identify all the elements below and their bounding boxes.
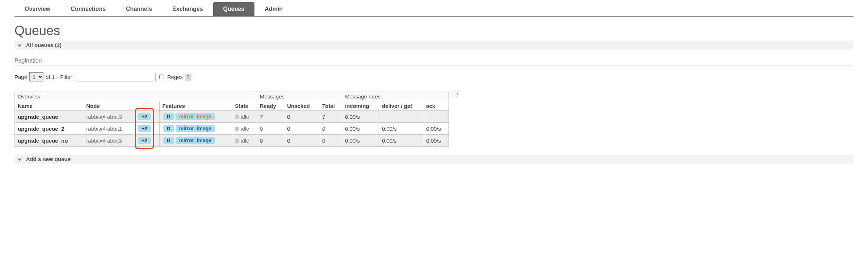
state-dot-icon: [235, 139, 239, 143]
ready-value: 7: [257, 111, 284, 123]
table-row: upgrade_queue_norabbit@rabbit3+2Dmirror_…: [15, 135, 449, 147]
filter-label: - Filter:: [57, 74, 74, 80]
replica-count-tag[interactable]: +2: [138, 125, 151, 132]
all-queues-label: All queues (3): [26, 42, 62, 48]
state-cell: idle: [232, 123, 257, 135]
ack-value: [423, 111, 449, 123]
col-unacked[interactable]: Unacked: [284, 101, 319, 111]
ack-value: 0.00/s: [423, 135, 449, 147]
page-label: Page: [14, 74, 27, 80]
regex-checkbox[interactable]: [159, 75, 164, 79]
features-cell: Dmirror_image: [159, 111, 232, 123]
feature-durable-tag: D: [163, 137, 174, 144]
col-name[interactable]: Name: [15, 101, 83, 111]
feature-policy-tag: mirror_image: [176, 125, 215, 132]
columns-toggle-button[interactable]: +/-: [451, 92, 462, 98]
col-node[interactable]: Node: [83, 101, 159, 111]
total-value: 0: [319, 123, 342, 135]
caret-down-icon: [17, 159, 22, 161]
tab-admin[interactable]: Admin: [254, 2, 293, 16]
feature-durable-tag: D: [163, 125, 174, 132]
incoming-value: 0.00/s: [342, 135, 379, 147]
caret-down-icon: [17, 45, 22, 47]
features-cell: Dmirror_image: [159, 135, 232, 147]
deliver-value: [379, 111, 423, 123]
queues-table-wrapper: Overview Messages Message rates Name Nod…: [14, 92, 854, 147]
col-features[interactable]: Features: [159, 101, 232, 111]
col-incoming[interactable]: incoming: [342, 101, 379, 111]
tab-channels[interactable]: Channels: [116, 2, 162, 16]
node-label: rabbit@rabbit1: [83, 123, 134, 135]
incoming-value: 0.00/s: [342, 111, 379, 123]
feature-policy-tag: mirror_image: [176, 137, 215, 144]
group-rates: Message rates: [342, 92, 449, 101]
queues-table: Overview Messages Message rates Name Nod…: [14, 92, 449, 147]
table-row: upgrade_queuerabbit@rabbit3+2Dmirror_ima…: [15, 111, 449, 123]
add-queue-label: Add a new queue: [26, 156, 71, 162]
feature-durable-tag: D: [163, 113, 174, 120]
col-ready[interactable]: Ready: [257, 101, 284, 111]
tab-connections[interactable]: Connections: [60, 2, 116, 16]
unacked-value: 0: [284, 111, 319, 123]
replica-tag-cell: +2: [134, 111, 159, 123]
col-state[interactable]: State: [232, 101, 257, 111]
unacked-value: 0: [284, 135, 319, 147]
ack-value: 0.00/s: [423, 123, 449, 135]
replica-count-tag[interactable]: +2: [138, 113, 151, 120]
queue-name-link[interactable]: upgrade_queue_2: [15, 123, 83, 135]
page-of-label: of 1: [46, 74, 55, 80]
group-overview: Overview: [15, 92, 257, 101]
tab-overview[interactable]: Overview: [14, 2, 60, 16]
node-label: rabbit@rabbit3: [83, 135, 134, 147]
table-row: upgrade_queue_2rabbit@rabbit1+2Dmirror_i…: [15, 123, 449, 135]
pagination-controls: Page 1 of 1 - Filter: Regex ?: [14, 72, 854, 81]
page-title: Queues: [14, 23, 854, 38]
incoming-value: 0.00/s: [342, 123, 379, 135]
add-queue-header[interactable]: Add a new queue: [14, 155, 854, 164]
ready-value: 0: [257, 135, 284, 147]
group-messages: Messages: [257, 92, 342, 101]
queue-name-link[interactable]: upgrade_queue_no: [15, 135, 83, 147]
regex-label: Regex: [167, 74, 183, 80]
features-cell: Dmirror_image: [159, 123, 232, 135]
node-label: rabbit@rabbit3: [83, 111, 134, 123]
deliver-value: 0.00/s: [379, 123, 423, 135]
unacked-value: 0: [284, 123, 319, 135]
filter-input[interactable]: [76, 73, 156, 81]
tab-exchanges[interactable]: Exchanges: [162, 2, 213, 16]
feature-policy-tag: mirror_image: [176, 113, 215, 120]
total-value: 7: [319, 111, 342, 123]
col-total[interactable]: Total: [319, 101, 342, 111]
ready-value: 0: [257, 123, 284, 135]
replica-tag-cell: +2: [134, 123, 159, 135]
col-ack[interactable]: ack: [423, 101, 449, 111]
deliver-value: 0.00/s: [379, 135, 423, 147]
pagination-heading: Pagination: [14, 58, 854, 66]
total-value: 0: [319, 135, 342, 147]
all-queues-header[interactable]: All queues (3): [14, 41, 854, 50]
state-dot-icon: [235, 127, 239, 131]
state-cell: idle: [232, 135, 257, 147]
state-dot-icon: [235, 115, 239, 119]
col-deliver[interactable]: deliver / get: [379, 101, 423, 111]
main-tabs: Overview Connections Channels Exchanges …: [14, 2, 854, 17]
state-cell: idle: [232, 111, 257, 123]
tab-queues[interactable]: Queues: [213, 2, 255, 16]
replica-count-tag[interactable]: +2: [138, 137, 151, 144]
replica-tag-cell: +2: [134, 135, 159, 147]
page-select[interactable]: 1: [29, 72, 43, 81]
regex-help-icon[interactable]: ?: [185, 73, 191, 81]
queue-name-link[interactable]: upgrade_queue: [15, 111, 83, 123]
